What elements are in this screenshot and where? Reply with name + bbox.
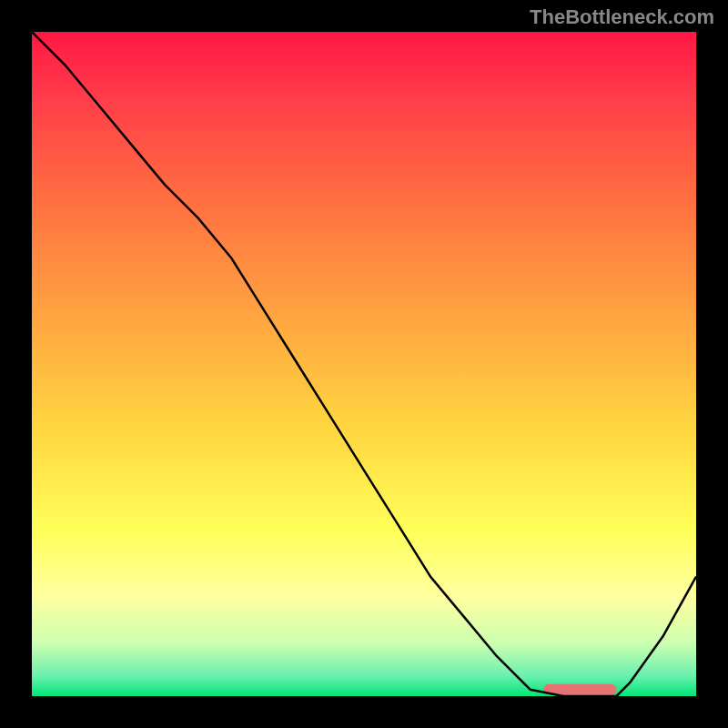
chart-svg bbox=[32, 32, 696, 696]
chart-plot-area bbox=[32, 32, 696, 696]
watermark-text: TheBottleneck.com bbox=[530, 5, 714, 29]
chart-container: TheBottleneck.com bbox=[0, 0, 728, 728]
chart-background bbox=[32, 32, 696, 696]
